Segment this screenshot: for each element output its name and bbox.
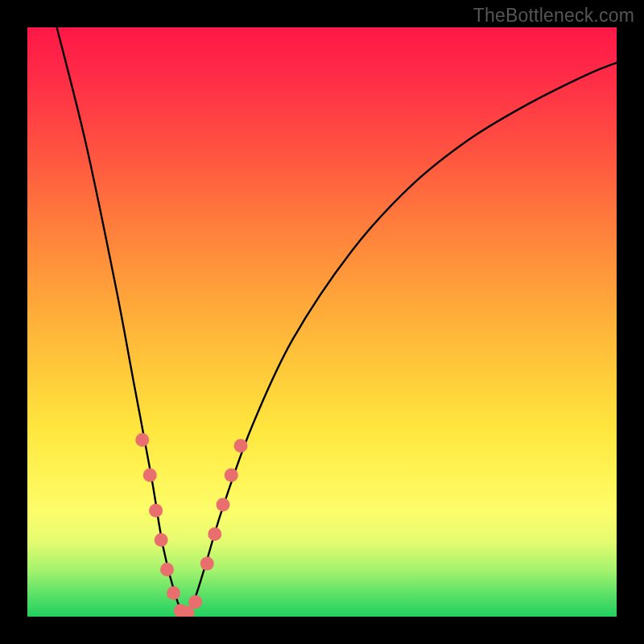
plot-area — [27, 27, 617, 617]
highlight-dot — [167, 586, 180, 600]
highlight-dot — [217, 497, 230, 511]
highlight-dot — [200, 557, 214, 571]
attribution-text: TheBottleneck.com — [473, 5, 634, 27]
curve-line — [57, 27, 617, 614]
highlight-dots — [135, 433, 247, 617]
highlight-dot — [188, 595, 202, 609]
highlight-dot — [160, 563, 174, 576]
highlight-dot — [149, 504, 163, 518]
bottleneck-curve — [27, 27, 617, 617]
highlight-dot — [155, 533, 168, 547]
chart-frame: TheBottleneck.com — [0, 0, 644, 644]
highlight-dot — [208, 527, 221, 541]
highlight-dot — [135, 433, 149, 447]
highlight-dot — [143, 469, 157, 482]
highlight-dot — [233, 439, 247, 452]
highlight-dot — [225, 469, 238, 482]
